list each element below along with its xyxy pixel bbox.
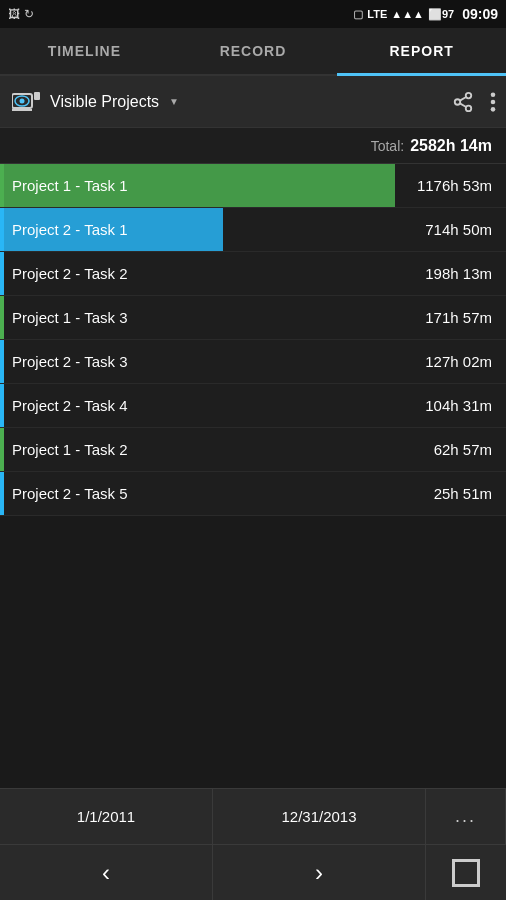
- battery-icon: ⬜97: [428, 8, 454, 21]
- toolbar-title: Visible Projects: [50, 93, 159, 111]
- task-time: 714h 50m: [425, 221, 506, 238]
- tab-timeline[interactable]: TIMELINE: [0, 28, 169, 74]
- dropdown-arrow-icon: ▼: [169, 96, 179, 107]
- task-name: Project 1 - Task 1: [0, 177, 417, 194]
- tab-bar: TIMELINE RECORD REPORT: [0, 28, 506, 76]
- toolbar: Visible Projects ▼: [0, 76, 506, 128]
- time-display: 09:09: [462, 6, 498, 22]
- task-name: Project 1 - Task 3: [0, 309, 425, 326]
- more-button[interactable]: [490, 91, 496, 113]
- status-right: ▢ LTE ▲▲▲ ⬜97 09:09: [353, 6, 498, 22]
- task-time: 104h 31m: [425, 397, 506, 414]
- task-time: 171h 57m: [425, 309, 506, 326]
- signal-icon: ▲▲▲: [391, 8, 424, 20]
- tab-record[interactable]: RECORD: [169, 28, 338, 74]
- task-row[interactable]: Project 1 - Task 11176h 53m: [0, 164, 506, 208]
- task-name: Project 1 - Task 2: [0, 441, 434, 458]
- task-row[interactable]: Project 2 - Task 2198h 13m: [0, 252, 506, 296]
- end-date-button[interactable]: 12/31/2013: [213, 789, 426, 844]
- svg-point-4: [20, 98, 25, 103]
- task-row[interactable]: Project 2 - Task 3127h 02m: [0, 340, 506, 384]
- toolbar-right: [452, 91, 496, 113]
- task-row[interactable]: Project 1 - Task 3171h 57m: [0, 296, 506, 340]
- task-name: Project 2 - Task 5: [0, 485, 434, 502]
- lte-label: LTE: [367, 8, 387, 20]
- svg-line-9: [460, 96, 466, 100]
- stop-button[interactable]: [426, 845, 506, 900]
- status-bar: 🖼 ↻ ▢ LTE ▲▲▲ ⬜97 09:09: [0, 0, 506, 28]
- refresh-icon: ↻: [24, 7, 34, 21]
- svg-point-12: [491, 107, 496, 112]
- sim-icon: ▢: [353, 8, 363, 21]
- task-name: Project 2 - Task 1: [0, 221, 425, 238]
- task-row[interactable]: Project 2 - Task 4104h 31m: [0, 384, 506, 428]
- tab-report[interactable]: REPORT: [337, 28, 506, 76]
- svg-rect-1: [34, 92, 40, 100]
- task-name: Project 2 - Task 2: [0, 265, 425, 282]
- prev-button[interactable]: ‹: [0, 845, 213, 900]
- task-list: Project 1 - Task 11176h 53mProject 2 - T…: [0, 164, 506, 516]
- nav-bar: ‹ ›: [0, 844, 506, 900]
- task-time: 25h 51m: [434, 485, 506, 502]
- empty-area: [0, 516, 506, 788]
- total-label: Total:: [371, 138, 404, 154]
- total-value: 2582h 14m: [410, 137, 492, 155]
- share-button[interactable]: [452, 91, 474, 113]
- task-row[interactable]: Project 2 - Task 1714h 50m: [0, 208, 506, 252]
- svg-point-5: [466, 92, 472, 98]
- task-time: 1176h 53m: [417, 177, 506, 194]
- date-bar: 1/1/2011 12/31/2013 ...: [0, 788, 506, 844]
- toolbar-left: Visible Projects ▼: [10, 90, 179, 114]
- svg-point-11: [491, 99, 496, 104]
- bottom-section: 1/1/2011 12/31/2013 ... ‹ ›: [0, 788, 506, 900]
- task-name: Project 2 - Task 4: [0, 397, 425, 414]
- task-time: 198h 13m: [425, 265, 506, 282]
- stop-icon: [452, 859, 480, 887]
- start-date-button[interactable]: 1/1/2011: [0, 789, 213, 844]
- task-row[interactable]: Project 1 - Task 262h 57m: [0, 428, 506, 472]
- task-name: Project 2 - Task 3: [0, 353, 425, 370]
- task-time: 62h 57m: [434, 441, 506, 458]
- total-row: Total: 2582h 14m: [0, 128, 506, 164]
- svg-point-6: [455, 99, 461, 105]
- task-time: 127h 02m: [425, 353, 506, 370]
- next-button[interactable]: ›: [213, 845, 426, 900]
- date-more-button[interactable]: ...: [426, 789, 506, 844]
- svg-point-7: [466, 105, 472, 111]
- image-icon: 🖼: [8, 7, 20, 21]
- task-row[interactable]: Project 2 - Task 525h 51m: [0, 472, 506, 516]
- status-left-icons: 🖼 ↻: [8, 7, 34, 21]
- svg-point-10: [491, 92, 496, 97]
- visible-projects-icon: [10, 90, 42, 114]
- svg-line-8: [460, 103, 466, 107]
